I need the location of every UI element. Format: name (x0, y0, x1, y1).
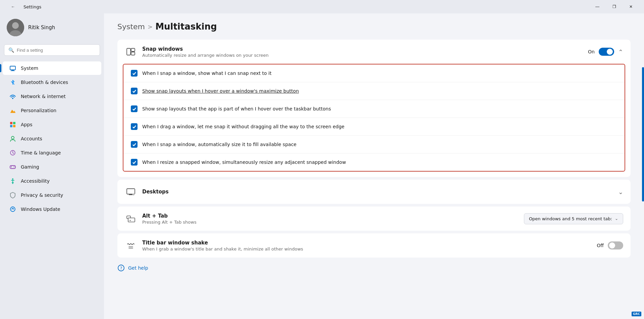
shake-title-group: Title bar window shake When I grab a win… (142, 240, 597, 252)
main-content: System > Multitasking Snap windows Autom… (104, 13, 644, 319)
privacy-icon (9, 192, 16, 198)
scroll-indicator[interactable] (642, 67, 644, 201)
dropdown-chevron-icon: ⌄ (615, 216, 618, 221)
snap-windows-subtitle: Automatically resize and arrange windows… (142, 53, 588, 58)
snap-option-label-3: Show snap layouts that the app is part o… (142, 106, 331, 111)
desktops-card: Desktops ⌄ (117, 180, 631, 204)
user-profile: Ritik Singh (0, 13, 104, 42)
desktops-chevron[interactable]: ⌄ (618, 188, 623, 195)
back-button[interactable]: ← (5, 1, 21, 12)
sidebar-item-accounts[interactable]: Accounts (3, 132, 101, 145)
svg-rect-10 (13, 125, 15, 127)
accessibility-icon (9, 178, 16, 184)
desktops-right: ⌄ (618, 188, 623, 195)
sidebar-label-time: Time & language (21, 150, 61, 155)
snap-option-1[interactable]: When I snap a window, show what I can sn… (123, 64, 625, 82)
sidebar-item-bluetooth[interactable]: Bluetooth & devices (3, 76, 101, 89)
grc-badge: GRC (632, 312, 641, 316)
system-icon (9, 65, 16, 72)
title-bar: ← Settings — ❐ ✕ (0, 0, 644, 13)
get-help-label: Get help (128, 265, 148, 271)
title-bar-shake-card: Title bar window shake When I grab a win… (117, 233, 631, 258)
snap-windows-card: Snap windows Automatically resize and ar… (117, 40, 631, 177)
snap-windows-icon (125, 46, 137, 58)
desktops-title-group: Desktops (142, 189, 618, 195)
get-help[interactable]: ? Get help (117, 264, 631, 272)
snap-checkbox-4[interactable] (131, 123, 138, 130)
snap-option-2[interactable]: Show snap layouts when I hover over a wi… (123, 82, 625, 100)
snap-checkbox-1[interactable] (131, 70, 138, 77)
snap-checkbox-5[interactable] (131, 141, 138, 148)
search-input[interactable] (17, 48, 96, 53)
sidebar-label-update: Windows Update (21, 207, 60, 212)
svg-point-15 (14, 167, 15, 167)
svg-rect-22 (129, 194, 133, 195)
gaming-icon (9, 164, 16, 170)
shake-toggle[interactable] (608, 241, 623, 249)
svg-rect-9 (10, 125, 12, 127)
sidebar-item-system[interactable]: System (3, 61, 101, 75)
apps-icon (9, 121, 16, 128)
close-button[interactable]: ✕ (623, 1, 639, 12)
alt-tab-title-group: Alt + Tab Pressing Alt + Tab shows (142, 213, 524, 225)
sidebar-label-gaming: Gaming (21, 164, 39, 170)
snap-option-6[interactable]: When I resize a snapped window, simultan… (123, 153, 625, 171)
snap-options-container: When I snap a window, show what I can sn… (123, 64, 625, 172)
snap-option-label-6: When I resize a snapped window, simultan… (142, 160, 346, 165)
shake-title: Title bar window shake (142, 240, 597, 246)
svg-rect-5 (11, 71, 15, 71)
alt-tab-card: ⇥ Alt + Tab Pressing Alt + Tab shows Ope… (117, 207, 631, 231)
sidebar-item-privacy[interactable]: Privacy & security (3, 188, 101, 202)
sidebar-item-update[interactable]: Windows Update (3, 202, 101, 216)
sidebar-label-accessibility: Accessibility (21, 178, 50, 184)
snap-checkbox-3[interactable] (131, 105, 138, 112)
svg-point-11 (11, 136, 14, 139)
get-help-icon: ? (117, 264, 125, 272)
breadcrumb-separator: > (148, 23, 153, 30)
title-bar-controls: — ❐ ✕ (590, 1, 639, 12)
snap-checkbox-6[interactable] (131, 159, 138, 166)
sidebar-item-accessibility[interactable]: Accessibility (3, 174, 101, 188)
shake-subtitle: When I grab a window's title bar and sha… (142, 246, 597, 252)
sidebar-item-network[interactable]: Network & internet (3, 90, 101, 103)
minimize-button[interactable]: — (590, 1, 605, 12)
sidebar-label-system: System (21, 65, 38, 71)
svg-point-14 (13, 167, 14, 167)
svg-rect-20 (131, 52, 135, 55)
snap-windows-header[interactable]: Snap windows Automatically resize and ar… (117, 40, 631, 64)
snap-option-4[interactable]: When I drag a window, let me snap it wit… (123, 118, 625, 136)
snap-option-5[interactable]: When I snap a window, automatically size… (123, 136, 625, 153)
sidebar-item-apps[interactable]: Apps (3, 118, 101, 131)
svg-rect-4 (11, 70, 14, 71)
snap-option-label-4: When I drag a window, let me snap it wit… (142, 124, 344, 129)
svg-rect-7 (10, 122, 12, 124)
sidebar-item-personalization[interactable]: Personalization (3, 104, 101, 117)
breadcrumb: System > Multitasking (117, 21, 631, 32)
snap-option-3[interactable]: Show snap layouts that the app is part o… (123, 100, 625, 118)
svg-rect-18 (127, 48, 130, 55)
time-icon (9, 149, 16, 156)
bluetooth-icon (9, 79, 16, 86)
svg-text:?: ? (120, 266, 122, 271)
search-box[interactable]: 🔍 (4, 44, 100, 56)
desktops-title: Desktops (142, 189, 618, 195)
alt-tab-title: Alt + Tab (142, 213, 524, 219)
sidebar-item-gaming[interactable]: Gaming (3, 160, 101, 174)
snap-windows-right: On ⌃ (588, 48, 623, 56)
snap-windows-chevron[interactable]: ⌃ (618, 48, 623, 55)
sidebar-item-time[interactable]: Time & language (3, 146, 101, 160)
desktops-icon (125, 186, 137, 198)
svg-rect-19 (131, 48, 135, 51)
shake-right: Off (597, 241, 623, 249)
snap-windows-toggle[interactable] (599, 48, 614, 56)
network-icon (9, 93, 16, 100)
maximize-button[interactable]: ❐ (606, 1, 622, 12)
desktops-header[interactable]: Desktops ⌄ (117, 180, 631, 204)
update-icon (9, 206, 16, 213)
alt-tab-dropdown[interactable]: Open windows and 5 most recent tab: ⌄ (524, 213, 623, 224)
title-bar-left: ← Settings (5, 1, 41, 12)
app-container: Ritik Singh 🔍 System Bluetoo (0, 13, 644, 319)
snap-checkbox-2[interactable] (131, 88, 138, 94)
avatar (7, 19, 24, 36)
svg-rect-8 (13, 122, 15, 124)
